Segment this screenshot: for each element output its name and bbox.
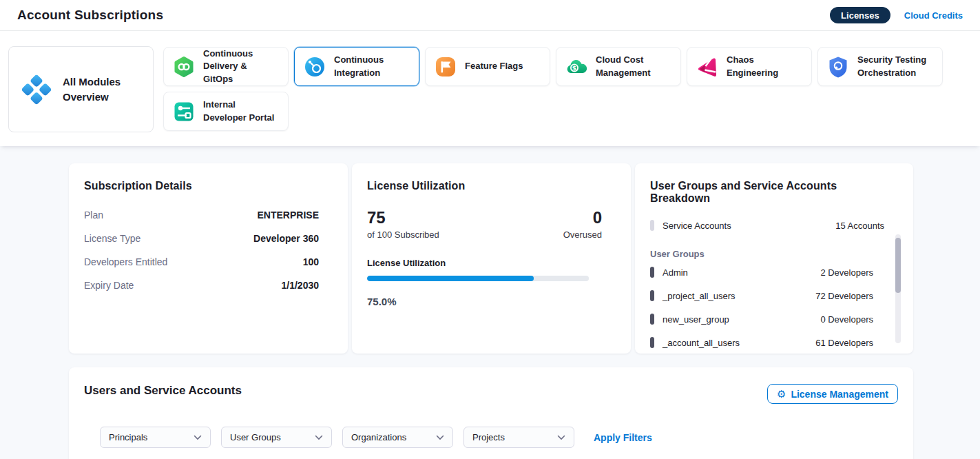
user-group-name: new_user_group — [663, 314, 729, 325]
module-label: Cloud Cost Management — [596, 54, 671, 79]
utilization-progress-fill — [367, 276, 534, 281]
overused-caption: Overused — [563, 229, 602, 240]
service-accounts-label: Service Accounts — [663, 221, 731, 231]
all-modules-icon — [20, 73, 53, 106]
chaos-icon — [696, 56, 718, 78]
filter-label: Principals — [109, 432, 147, 442]
module-grid: Continuous Delivery & GitOps Continuous … — [163, 47, 943, 136]
row-value: 100 — [303, 256, 319, 267]
idp-icon — [173, 101, 195, 123]
ci-icon — [304, 56, 326, 78]
utilization-bar-label: License Utilization — [367, 258, 616, 268]
breakdown-scrollbar-thumb[interactable] — [895, 238, 901, 293]
filter-label: Organizations — [351, 432, 406, 442]
overused-count: 0 — [563, 209, 602, 227]
utilization-percent: 75.0% — [367, 296, 616, 307]
sto-shield-icon — [827, 56, 849, 78]
user-group-marker-icon — [650, 267, 654, 278]
row-label: Expiry Date — [84, 280, 134, 291]
filter-label: Projects — [472, 432, 505, 442]
service-accounts-value: 15 Accounts — [835, 221, 884, 231]
module-card-feature-flags[interactable]: Feature Flags — [425, 47, 550, 86]
subscription-details-rows: Plan ENTERPRISE License Type Developer 3… — [84, 203, 333, 297]
subscribed-caption: of 100 Subscribed — [367, 229, 439, 240]
all-modules-overview-card[interactable]: All Modules Overview — [8, 46, 154, 132]
row-value: 1/1/2030 — [282, 280, 320, 291]
utilization-numbers: 75 of 100 Subscribed 0 Overused — [367, 209, 616, 240]
feature-flags-icon — [435, 56, 457, 78]
subscribed-block: 75 of 100 Subscribed — [367, 209, 439, 240]
user-group-name: Admin — [663, 267, 688, 278]
license-management-button[interactable]: ⚙ License Management — [767, 384, 898, 404]
user-group-marker-icon — [650, 337, 654, 348]
user-group-name: _project_all_users — [663, 291, 736, 301]
module-label: Continuous Integration — [334, 54, 410, 79]
subscription-row-plan: Plan ENTERPRISE — [84, 203, 319, 227]
module-card-cloud-cost[interactable]: $ Cloud Cost Management — [556, 47, 681, 86]
breakdown-title: User Groups and Service Accounts Breakdo… — [650, 180, 898, 205]
header-tabs: Licenses Cloud Credits — [830, 7, 963, 23]
organizations-filter-dropdown[interactable]: Organizations — [342, 427, 453, 448]
license-utilization-title: License Utilization — [367, 180, 616, 192]
module-selector-bar: All Modules Overview Continuous Delivery… — [0, 31, 980, 146]
main-content: Subscription Details Plan ENTERPRISE Lic… — [0, 146, 980, 459]
module-card-internal-developer-portal[interactable]: Internal Developer Portal — [163, 92, 289, 131]
subscribed-count: 75 — [367, 209, 439, 227]
chevron-down-icon — [557, 435, 565, 440]
subscription-row-developers-entitled: Developers Entitled 100 — [84, 250, 319, 274]
cloud-cost-icon: $ — [565, 56, 587, 78]
user-group-value: 2 Developers — [820, 267, 873, 278]
user-group-row: new_user_group 0 Developers — [650, 307, 898, 331]
user-group-value: 72 Developers — [815, 291, 873, 301]
module-label: Chaos Engineering — [727, 54, 802, 79]
chevron-down-icon — [194, 435, 202, 440]
user-group-marker-icon — [650, 290, 654, 301]
user-group-row: _account_all_users 61 Developers — [650, 331, 898, 354]
subscription-row-license-type: License Type Developer 360 — [84, 227, 319, 250]
apply-filters-link[interactable]: Apply Filters — [594, 432, 652, 443]
user-groups-filter-dropdown[interactable]: User Groups — [221, 427, 332, 448]
page-title: Account Subscriptions — [17, 8, 163, 23]
user-group-row: Admin 2 Developers — [650, 261, 898, 284]
row-label: Plan — [84, 210, 103, 221]
user-group-value: 0 Developers — [820, 314, 873, 325]
cd-gitops-icon — [173, 56, 195, 78]
module-label: Feature Flags — [465, 60, 523, 72]
row-label: Developers Entitled — [84, 256, 167, 267]
subscription-row-expiry-date: Expiry Date 1/1/2030 — [84, 274, 319, 297]
module-card-continuous-integration[interactable]: Continuous Integration — [294, 47, 419, 86]
chevron-down-icon — [315, 435, 323, 440]
filter-label: User Groups — [230, 432, 281, 442]
breakdown-scrollbar-track[interactable] — [895, 234, 901, 343]
service-accounts-marker-icon — [650, 220, 654, 231]
module-card-security-testing[interactable]: Security Testing Orchestration — [817, 47, 943, 86]
users-section-header: Users and Service Accounts ⚙ License Man… — [84, 384, 898, 404]
module-card-cd-gitops[interactable]: Continuous Delivery & GitOps — [163, 47, 289, 86]
subscription-details-card: Subscription Details Plan ENTERPRISE Lic… — [69, 163, 348, 354]
overused-block: 0 Overused — [563, 209, 602, 240]
module-label: Continuous Delivery & GitOps — [203, 48, 279, 85]
user-group-value: 61 Developers — [815, 338, 873, 348]
svg-text:$: $ — [572, 64, 576, 71]
users-service-accounts-card: Users and Service Accounts ⚙ License Man… — [69, 367, 913, 459]
row-value: ENTERPRISE — [258, 210, 319, 221]
user-group-row: _project_all_users 72 Developers — [650, 284, 898, 307]
principals-filter-dropdown[interactable]: Principals — [100, 427, 211, 448]
tab-licenses[interactable]: Licenses — [830, 7, 890, 23]
all-modules-overview-label: All Modules Overview — [63, 74, 142, 105]
user-group-name: _account_all_users — [663, 338, 740, 348]
row-value: Developer 360 — [253, 233, 319, 244]
module-card-chaos-engineering[interactable]: Chaos Engineering — [687, 47, 812, 86]
subscription-details-title: Subscription Details — [84, 180, 333, 192]
module-label: Security Testing Orchestration — [857, 54, 933, 79]
users-section-title: Users and Service Accounts — [84, 384, 242, 398]
user-groups-subheader: User Groups — [650, 249, 898, 259]
license-utilization-card: License Utilization 75 of 100 Subscribed… — [352, 163, 631, 354]
row-label: License Type — [84, 233, 140, 244]
breakdown-card: User Groups and Service Accounts Breakdo… — [635, 163, 913, 354]
gear-icon: ⚙ — [777, 389, 786, 399]
tab-cloud-credits[interactable]: Cloud Credits — [904, 10, 963, 21]
projects-filter-dropdown[interactable]: Projects — [463, 427, 574, 448]
module-label: Internal Developer Portal — [203, 99, 279, 123]
utilization-progress-track — [367, 276, 589, 281]
